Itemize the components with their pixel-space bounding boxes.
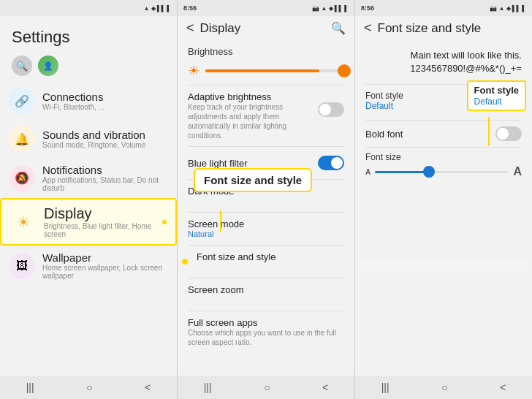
- sun-icon: ☀: [188, 63, 200, 79]
- font-panel: 8:56 📷 ▲ ◆ ▌▌ ▌ < Font size and style Ma…: [354, 0, 532, 399]
- notifications-icon: 🔕: [9, 165, 35, 191]
- notifications-item[interactable]: 🔕 Notifications App notifications, Statu…: [0, 158, 177, 198]
- display-subtitle: Brightness, Blue light filter, Home scre…: [44, 222, 155, 238]
- blue-light-toggle[interactable]: [318, 156, 344, 170]
- status-bar-1: ▲ ◆ ▌▌ ▌: [0, 0, 177, 16]
- adaptive-toggle[interactable]: [318, 102, 344, 117]
- status-time-3: 8:56: [361, 4, 374, 12]
- notifications-title: Notifications: [42, 164, 168, 176]
- screen-mode-item[interactable]: Screen mode Natural: [178, 213, 354, 245]
- font-size-callout: Font size and style: [194, 168, 312, 192]
- search-row: 🔍 👤: [0, 53, 177, 82]
- nav-back-btn[interactable]: <: [145, 381, 151, 393]
- status-icons-3: 📷 ▲ ◆ ▌▌ ▌: [490, 5, 526, 12]
- connections-subtitle: Wi-Fi, Bluetooth, ...: [42, 103, 168, 111]
- brightness-slider[interactable]: [205, 69, 344, 72]
- font-size-slider[interactable]: [375, 171, 509, 173]
- brightness-thumb: [338, 64, 351, 77]
- display-panel: 8:56 📷 ▲ ◆ ▌▌ ▌ < Display 🔍 Brightness ☀…: [177, 0, 354, 399]
- status-bar-2: 8:56 📷 ▲ ◆ ▌▌ ▌: [178, 0, 354, 16]
- blue-light-title: Blue light filter: [188, 158, 248, 169]
- callout3-arrow: [488, 117, 490, 146]
- connections-icon: 🔗: [9, 88, 35, 114]
- screen-zoom-item[interactable]: Screen zoom: [178, 278, 354, 311]
- bold-font-toggle[interactable]: [495, 126, 522, 141]
- brightness-row: ☀: [178, 60, 354, 85]
- preview-line2: 1234567890!@#%&*()_+=: [410, 63, 522, 74]
- nav-menu-btn-3[interactable]: |||: [381, 381, 390, 393]
- bold-font-label: Bold font: [365, 129, 403, 140]
- display-page-title: Display: [200, 21, 325, 36]
- wallpaper-title: Wallpaper: [42, 251, 168, 264]
- display-title: Display: [44, 205, 155, 222]
- adaptive-title: Adaptive brightness: [188, 91, 344, 102]
- status-time-2: 8:56: [183, 4, 197, 12]
- nav-home-btn[interactable]: ○: [86, 381, 92, 393]
- font-size-section: Font size A A: [355, 148, 532, 186]
- nav-back-btn-3[interactable]: <: [500, 381, 506, 393]
- sounds-title: Sounds and vibration: [42, 129, 168, 141]
- font-size-thumb: [423, 166, 435, 178]
- display-item[interactable]: ☀ Display Brightness, Blue light filter,…: [0, 198, 177, 246]
- nav-home-btn-3[interactable]: ○: [441, 381, 447, 393]
- sounds-icon: 🔔: [9, 126, 35, 152]
- brightness-label: Brightness: [178, 40, 354, 60]
- settings-title: Settings: [0, 16, 177, 53]
- bold-font-row: Bold font: [355, 121, 532, 147]
- font-size-section-label: Font size: [365, 152, 522, 162]
- nav-menu-btn[interactable]: |||: [26, 381, 34, 393]
- full-screen-title: Full screen apps: [188, 317, 344, 328]
- status-icons-2: 📷 ▲ ◆ ▌▌ ▌: [312, 5, 349, 12]
- connections-title: Connections: [42, 91, 168, 103]
- font-size-fill: [375, 171, 428, 173]
- notifications-subtitle: App notifications, Status bar, Do not di…: [42, 176, 168, 192]
- nav-home-btn-2[interactable]: ○: [264, 381, 270, 393]
- display-content: Brightness ☀ Adaptive brightness Keep tr…: [178, 40, 354, 376]
- preview-line1: Main text will look like this.: [411, 50, 522, 61]
- wallpaper-icon: 🖼: [9, 253, 35, 279]
- settings-content: Settings 🔍 👤 🔗 Connections Wi-Fi, Blueto…: [0, 16, 177, 376]
- display-icon: ☀: [10, 209, 37, 235]
- full-screen-subtitle: Choose which apps you want to use in the…: [188, 328, 344, 347]
- sounds-subtitle: Sound mode, Ringtone, Volume: [42, 141, 168, 149]
- screen-mode-title: Screen mode: [188, 218, 344, 229]
- connections-item[interactable]: 🔗 Connections Wi-Fi, Bluetooth, ...: [0, 82, 177, 120]
- font-style-callout: Font style Default: [467, 80, 526, 111]
- wallpaper-subtitle: Home screen wallpaper, Lock screen wallp…: [42, 264, 168, 280]
- nav-bar-2: ||| ○ <: [178, 376, 354, 399]
- callout-value: Default: [474, 96, 502, 107]
- screen-zoom-title: Screen zoom: [188, 284, 344, 295]
- search-button-2[interactable]: 🔍: [331, 21, 346, 35]
- avatar[interactable]: 👤: [38, 56, 58, 76]
- preview-text: Main text will look like this. 123456789…: [355, 40, 532, 84]
- settings-panel: ▲ ◆ ▌▌ ▌ Settings 🔍 👤 🔗 Connections Wi-F…: [0, 0, 177, 399]
- font-size-item[interactable]: Font size and style: [178, 246, 354, 278]
- nav-back-btn-2[interactable]: <: [322, 381, 328, 393]
- callout-arrow-line: [220, 210, 221, 232]
- adaptive-brightness-item: Adaptive brightness Keep track of your b…: [178, 86, 354, 146]
- display-header: < Display 🔍: [178, 16, 354, 40]
- status-icons-1: ▲ ◆ ▌▌ ▌: [143, 5, 171, 12]
- sounds-item[interactable]: 🔔 Sounds and vibration Sound mode, Ringt…: [0, 120, 177, 158]
- font-size-large-a: A: [513, 165, 522, 178]
- font-size-row: A A: [365, 162, 522, 181]
- brightness-fill: [205, 69, 319, 72]
- nav-bar-3: ||| ○ <: [355, 376, 532, 399]
- back-button-3[interactable]: <: [364, 20, 372, 36]
- nav-bar-1: ||| ○ <: [0, 376, 177, 399]
- bold-font-callout-label: [360, 259, 528, 265]
- font-header: < Font size and style: [355, 16, 532, 40]
- wallpaper-item[interactable]: 🖼 Wallpaper Home screen wallpaper, Lock …: [0, 246, 177, 286]
- font-size-title: Font size and style: [188, 251, 344, 262]
- full-screen-item[interactable]: Full screen apps Choose which apps you w…: [178, 311, 354, 353]
- font-size-indicator: [182, 259, 188, 265]
- status-bar-3: 8:56 📷 ▲ ◆ ▌▌ ▌: [355, 0, 532, 16]
- back-button-2[interactable]: <: [186, 20, 194, 36]
- active-indicator: [162, 220, 167, 224]
- search-icon[interactable]: 🔍: [12, 56, 32, 76]
- callout-title: Font style: [474, 85, 519, 96]
- adaptive-subtitle: Keep track of your brightness adjustment…: [188, 102, 318, 140]
- font-page-title: Font size and style: [378, 21, 523, 36]
- nav-menu-btn-2[interactable]: |||: [204, 381, 212, 393]
- font-size-small-a: A: [365, 168, 370, 176]
